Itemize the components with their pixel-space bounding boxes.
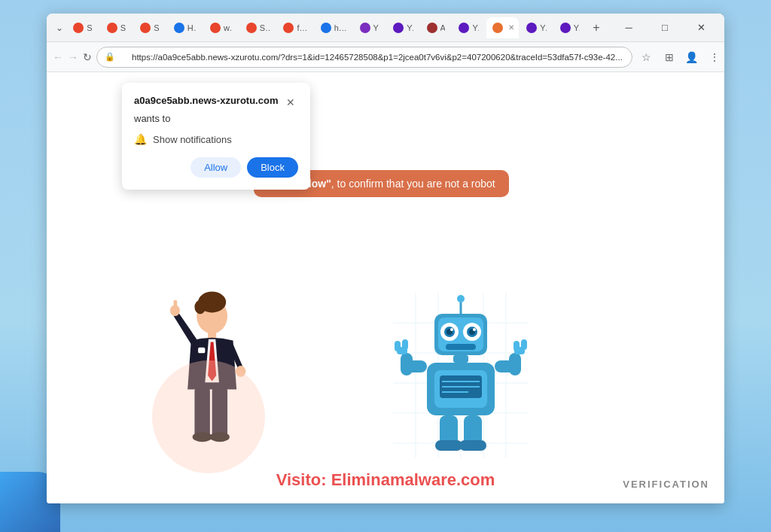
tab-favicon-5 — [210, 23, 221, 33]
svg-rect-6 — [174, 300, 178, 312]
address-actions: ☆ ⊞ 👤 ⋮ — [637, 47, 724, 67]
tab-15[interactable]: Ya — [554, 17, 586, 38]
address-input[interactable]: 🔒 https://a0a9ce5abb.news-xzurotu.com/?d… — [96, 47, 632, 68]
tab-10[interactable]: Ya — [387, 17, 419, 38]
tab-favicon-4 — [174, 23, 184, 33]
maximize-button[interactable]: □ — [648, 17, 682, 38]
profile-button[interactable]: 👤 — [682, 47, 702, 67]
tab-label-3: Sit — [154, 23, 160, 32]
minimize-button[interactable]: ─ — [611, 17, 646, 38]
tab-label-2: Sit — [120, 23, 127, 32]
tab-label-14: Ya — [540, 23, 546, 32]
tab-12[interactable]: Ya — [453, 17, 484, 38]
tab-8[interactable]: he... — [315, 17, 352, 38]
tab-11[interactable]: Ar — [421, 17, 452, 38]
title-bar: ⌄ Sit Sit Sit H... w... — [47, 14, 724, 42]
tab-label-11: Ar — [440, 23, 446, 32]
popup-permission: 🔔 Show notifications — [134, 133, 298, 145]
svg-point-32 — [450, 328, 453, 331]
new-tab-button[interactable]: + — [587, 19, 605, 37]
tab-favicon-7 — [283, 23, 294, 33]
svg-point-23 — [457, 295, 465, 302]
tab-favicon-15 — [560, 23, 571, 33]
allow-button[interactable]: Allow — [190, 157, 241, 178]
svg-rect-46 — [402, 339, 408, 350]
svg-rect-35 — [453, 355, 468, 363]
svg-rect-45 — [395, 341, 401, 351]
tab-favicon-6 — [246, 23, 257, 33]
tab-14[interactable]: Ya — [520, 17, 552, 38]
bookmark-button[interactable]: ☆ — [637, 47, 657, 67]
svg-rect-43 — [401, 353, 413, 375]
speech-text-after: , to confirm that you are not a robot — [331, 178, 495, 190]
popup-wants-text: wants to — [134, 113, 298, 124]
verification-text: VERIFICATION — [623, 479, 709, 490]
tab-5[interactable]: w... — [204, 17, 239, 38]
tab-favicon-8 — [321, 23, 331, 33]
forward-button[interactable]: → — [68, 47, 78, 67]
svg-rect-34 — [446, 344, 476, 350]
tab-label-9: Yc — [373, 23, 380, 32]
tab-label-8: he... — [334, 23, 346, 32]
man-figure — [145, 278, 273, 473]
tab-label-4: H... — [187, 23, 197, 32]
lock-icon: 🔒 — [105, 52, 115, 62]
tab-scroll-left[interactable]: ⌄ — [53, 20, 66, 35]
back-button[interactable]: ← — [53, 47, 63, 67]
popup-close-button[interactable]: ✕ — [283, 95, 298, 110]
notification-popup: a0a9ce5abb.news-xzurotu.com ✕ wants to 🔔… — [122, 83, 310, 190]
tab-9[interactable]: Yc — [354, 17, 386, 38]
tab-favicon-11 — [427, 23, 437, 33]
tab-3[interactable]: Sit — [134, 17, 166, 38]
svg-point-33 — [473, 328, 476, 331]
tab-label-1: Sit — [87, 23, 93, 32]
refresh-button[interactable]: ↻ — [83, 47, 92, 67]
tab-favicon-9 — [360, 23, 370, 33]
permission-text: Show notifications — [153, 134, 232, 145]
tab-2[interactable]: Sit — [101, 17, 133, 38]
browser-window: ⌄ Sit Sit Sit H... w... — [47, 14, 724, 503]
popup-domain: a0a9ce5abb.news-xzurotu.com — [134, 95, 278, 106]
address-bar: ← → ↻ 🔒 https://a0a9ce5abb.news-xzurotu.… — [47, 42, 724, 72]
page-content: a0a9ce5abb.news-xzurotu.com ✕ wants to 🔔… — [47, 72, 724, 503]
tab-label-7: fa... — [297, 23, 306, 32]
svg-point-2 — [194, 300, 206, 315]
tab-6[interactable]: Si... — [240, 17, 276, 38]
tab-label-10: Ya — [407, 23, 413, 32]
tab-4[interactable]: H... — [168, 17, 203, 38]
tab-favicon-12 — [459, 23, 469, 33]
tab-favicon-1 — [73, 23, 84, 33]
tab-label-6: Si... — [260, 23, 270, 32]
extensions-button[interactable]: ⊞ — [660, 47, 679, 67]
tab-favicon-active — [492, 23, 503, 33]
svg-rect-51 — [521, 339, 527, 350]
svg-rect-55 — [459, 440, 486, 451]
watermark: Visito: Eliminamalware.com — [276, 470, 495, 490]
menu-button[interactable]: ⋮ — [705, 47, 724, 67]
popup-buttons: Allow Block — [134, 157, 298, 178]
tab-favicon-2 — [107, 23, 117, 33]
tab-favicon-3 — [140, 23, 151, 33]
tab-favicon-14 — [526, 23, 537, 33]
svg-rect-48 — [509, 353, 521, 375]
block-button[interactable]: Block — [247, 157, 298, 178]
tab-label-5: w... — [224, 23, 233, 32]
tab-7[interactable]: fa... — [277, 17, 312, 38]
robot-figure — [393, 293, 529, 458]
window-controls: ─ □ ✕ — [611, 17, 718, 38]
tab-label-15: Ya — [574, 23, 580, 32]
tab-active[interactable]: ✕ — [486, 17, 520, 38]
tab-favicon-10 — [393, 23, 404, 33]
svg-rect-11 — [198, 348, 205, 353]
close-button[interactable]: ✕ — [684, 17, 718, 38]
tab-bar: ⌄ Sit Sit Sit H... w... — [53, 17, 605, 38]
url-text: https://a0a9ce5abb.news-xzurotu.com/?drs… — [132, 53, 623, 62]
svg-rect-50 — [513, 341, 520, 351]
robot-svg — [393, 293, 529, 458]
tab-1[interactable]: Sit — [67, 17, 99, 38]
bell-icon: 🔔 — [134, 133, 147, 145]
tab-close-active[interactable]: ✕ — [506, 23, 517, 33]
svg-rect-54 — [435, 440, 462, 451]
tab-label-12: Ya — [472, 23, 478, 32]
popup-header: a0a9ce5abb.news-xzurotu.com ✕ — [134, 95, 298, 110]
